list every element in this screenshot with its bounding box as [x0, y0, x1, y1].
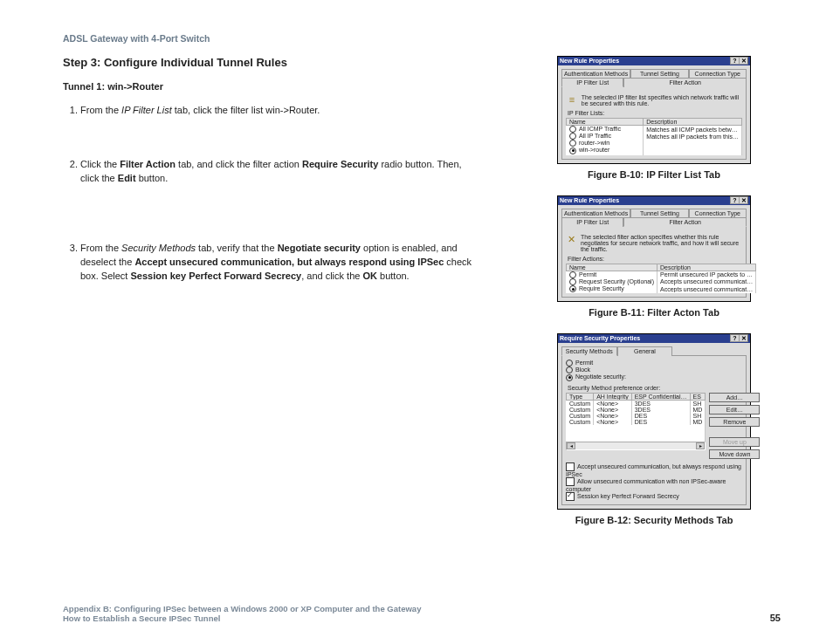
- figure-caption: Figure B-10: IP Filter List Tab: [527, 169, 781, 180]
- close-icon[interactable]: ✕: [739, 196, 748, 204]
- group-label: Filter Actions:: [568, 256, 742, 262]
- tunnel-title: Tunnel 1: win->Router: [63, 81, 473, 92]
- dialog-message: The selected IP filter list specifies wh…: [582, 94, 740, 106]
- add-button[interactable]: Add…: [709, 393, 760, 402]
- check-session-key-pfs[interactable]: Session key Perfect Forward Secrecy: [577, 492, 679, 498]
- figure-b12: Require Security Properties ?✕ Security …: [527, 333, 781, 524]
- filter-icon: ≡: [568, 94, 576, 106]
- tab-auth-methods[interactable]: Authentication Methods: [561, 209, 630, 217]
- tab-tunnel-setting[interactable]: Tunnel Setting: [630, 69, 688, 78]
- footer-line-1: Appendix B: Configuring IPSec between a …: [63, 604, 421, 613]
- figure-caption: Figure B-11: Filter Acton Tab: [527, 307, 781, 318]
- check-allow-unsecured[interactable]: Allow unsecured communication with non I…: [566, 477, 726, 491]
- radio-negotiate-security[interactable]: Negotiate security:: [575, 373, 626, 380]
- dialog-require-security-properties: Require Security Properties ?✕ Security …: [557, 333, 751, 509]
- help-icon[interactable]: ?: [730, 57, 739, 65]
- pref-order-label: Security Method preference order:: [568, 385, 742, 391]
- radio-permit[interactable]: Permit: [575, 360, 593, 366]
- filter-action-icon: ✕: [568, 234, 575, 246]
- help-icon[interactable]: ?: [730, 334, 739, 342]
- dialog-new-rule-properties: New Rule Properties ?✕ Authentication Me…: [557, 56, 751, 164]
- page-footer: Appendix B: Configuring IPSec between a …: [63, 604, 781, 623]
- help-icon[interactable]: ?: [730, 196, 739, 204]
- main-instructions: Step 3: Configure Individual Tunnel Rule…: [63, 56, 473, 541]
- figure-caption: Figure B-12: Security Methods Tab: [527, 515, 781, 525]
- security-methods-table[interactable]: TypeAH IntegrityESP Confidential…ES Cust…: [566, 393, 706, 442]
- title-bar: Require Security Properties ?✕: [558, 334, 750, 343]
- close-icon[interactable]: ✕: [739, 334, 748, 342]
- tab-ip-filter-list[interactable]: IP Filter List: [561, 217, 623, 227]
- tab-connection-type[interactable]: Connection Type: [689, 209, 747, 217]
- footer-line-2: How to Establish a Secure IPSec Tunnel: [63, 613, 421, 623]
- close-icon[interactable]: ✕: [739, 57, 748, 65]
- horizontal-scrollbar[interactable]: ◂▸: [566, 442, 706, 450]
- move-up-button[interactable]: Move up: [709, 437, 760, 447]
- group-label: IP Filter Lists:: [568, 110, 742, 116]
- page-number: 55: [770, 613, 781, 623]
- tab-general[interactable]: General: [617, 346, 673, 356]
- remove-button[interactable]: Remove: [709, 417, 760, 427]
- dialog-new-rule-properties: New Rule Properties ?✕ Authentication Me…: [557, 195, 751, 302]
- tab-connection-type[interactable]: Connection Type: [689, 69, 747, 78]
- title-bar: New Rule Properties ?✕: [558, 57, 750, 65]
- edit-button[interactable]: Edit…: [709, 405, 760, 414]
- tab-ip-filter-list[interactable]: IP Filter List: [561, 78, 623, 87]
- move-down-button[interactable]: Move down: [709, 449, 760, 459]
- ip-filter-lists-table[interactable]: Name Description All ICMP TrafficMatches…: [566, 118, 742, 155]
- tab-tunnel-setting[interactable]: Tunnel Setting: [630, 209, 688, 217]
- title-bar: New Rule Properties ?✕: [558, 196, 750, 205]
- list-item: Click the Filter Action tab, and click t…: [80, 158, 473, 186]
- tab-filter-action[interactable]: Filter Action: [623, 78, 747, 87]
- figure-b11: New Rule Properties ?✕ Authentication Me…: [527, 195, 781, 318]
- dialog-message: The selected filter action specifies whe…: [581, 234, 740, 252]
- tab-auth-methods[interactable]: Authentication Methods: [561, 69, 630, 78]
- check-accept-unsecured[interactable]: Accept unsecured communication, but alwa…: [566, 462, 741, 476]
- list-item: From the Security Methods tab, verify th…: [80, 242, 473, 284]
- figure-b10: New Rule Properties ?✕ Authentication Me…: [527, 56, 781, 180]
- list-item: From the IP Filter List tab, click the f…: [80, 104, 473, 118]
- step-title: Step 3: Configure Individual Tunnel Rule…: [63, 56, 473, 69]
- filter-actions-table[interactable]: Name Description PermitPermit unsecured …: [566, 264, 756, 293]
- tab-security-methods[interactable]: Security Methods: [561, 346, 617, 356]
- tab-filter-action[interactable]: Filter Action: [623, 217, 747, 227]
- radio-block[interactable]: Block: [575, 367, 590, 373]
- page-header: ADSL Gateway with 4-Port Switch: [63, 33, 781, 44]
